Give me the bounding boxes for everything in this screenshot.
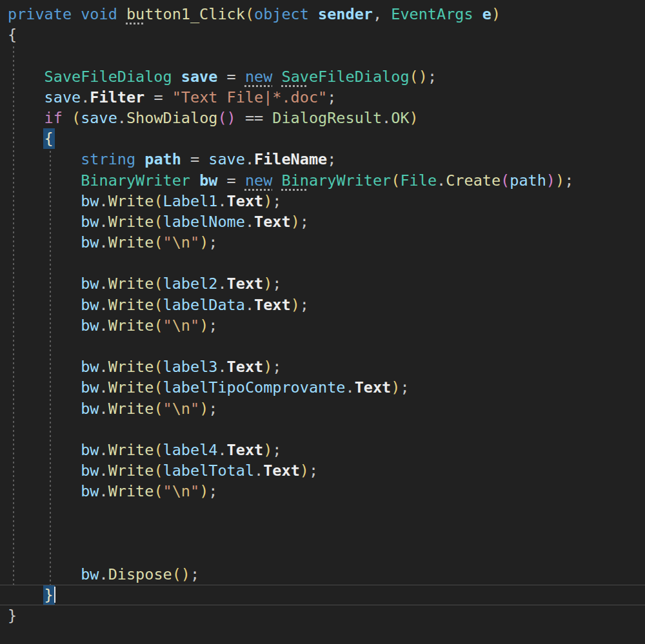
code-line-10[interactable]: bw.Write(Label1.Text);	[0, 191, 645, 211]
code-token: labelTipoComprovante	[163, 378, 346, 396]
code-token: .	[437, 171, 446, 190]
code-token: {	[8, 26, 17, 44]
code-line-11[interactable]: bw.Write(labelNome.Text);	[0, 211, 645, 232]
code-token: BinaryWriter	[81, 171, 199, 190]
code-token: ;	[272, 192, 281, 210]
indent-spaces	[8, 254, 81, 272]
code-token: )	[291, 296, 300, 314]
code-token: .	[99, 378, 108, 396]
code-token: "	[190, 233, 199, 251]
code-token: .	[99, 441, 108, 459]
code-token: bw	[81, 192, 99, 210]
code-token: "Text File|*.doc"	[172, 88, 328, 106]
code-token: Write	[108, 317, 154, 335]
code-token: ,	[373, 5, 391, 23]
code-line-5[interactable]: save.Filter = "Text File|*.doc";	[0, 87, 645, 108]
code-token: "	[190, 317, 199, 335]
code-token: \n	[172, 317, 190, 335]
code-token: bw	[81, 275, 99, 293]
code-editor[interactable]: private void button1_Click(object sender…	[0, 0, 645, 644]
code-line-13[interactable]	[0, 253, 645, 273]
code-line-12[interactable]: bw.Write("\n");	[0, 232, 645, 253]
code-token: ;	[327, 150, 336, 168]
code-line-24[interactable]: bw.Write("\n");	[0, 481, 645, 502]
indent-spaces	[8, 171, 81, 190]
code-token: (	[154, 378, 163, 396]
code-token: FileName	[254, 150, 327, 168]
code-token: (	[154, 441, 163, 459]
code-token: bw	[81, 296, 99, 314]
code-token: OK	[391, 109, 409, 127]
code-token	[272, 171, 281, 190]
code-token: sender	[318, 5, 373, 23]
code-line-1[interactable]: private void button1_Click(object sender…	[0, 4, 645, 24]
code-token: Text	[227, 441, 264, 459]
code-token: save	[81, 109, 117, 127]
indent-spaces	[8, 358, 81, 376]
code-line-7[interactable]: {	[0, 128, 645, 149]
code-token: \n	[172, 233, 190, 251]
code-token: ;	[208, 400, 217, 418]
code-line-28[interactable]: bw.Dispose();	[0, 564, 645, 585]
code-token: save	[181, 68, 227, 86]
code-token: ;	[428, 68, 437, 86]
code-token: Write	[108, 400, 154, 418]
code-token: ;	[400, 378, 409, 396]
code-line-16[interactable]: bw.Write("\n");	[0, 315, 645, 336]
code-token: Text	[254, 213, 291, 231]
code-line-8[interactable]: string path = save.FileName;	[0, 149, 645, 170]
code-token: bw	[81, 378, 99, 396]
code-line-15[interactable]: bw.Write(labelData.Text);	[0, 295, 645, 315]
code-token: Write	[108, 275, 154, 293]
code-line-2[interactable]: {	[0, 24, 645, 45]
code-token: path	[144, 150, 190, 168]
code-line-18[interactable]: bw.Write(label3.Text);	[0, 356, 645, 377]
code-line-21[interactable]	[0, 419, 645, 440]
code-line-3[interactable]	[0, 45, 645, 66]
code-token: =	[227, 171, 245, 190]
code-line-29[interactable]: }	[0, 585, 645, 605]
code-line-17[interactable]	[0, 336, 645, 356]
code-token: (	[245, 5, 254, 23]
code-token: ;	[309, 462, 318, 480]
indent-spaces	[8, 420, 81, 438]
code-token: bw	[81, 400, 99, 418]
code-line-26[interactable]	[0, 523, 645, 543]
code-line-23[interactable]: bw.Write(labelTotal.Text);	[0, 460, 645, 481]
code-line-27[interactable]	[0, 543, 645, 564]
code-token: .	[217, 275, 226, 293]
code-token: .	[117, 109, 126, 127]
code-token: Bin	[281, 171, 308, 190]
code-token: (	[154, 296, 163, 314]
code-token: Text	[263, 462, 300, 480]
code-token: )	[546, 171, 555, 190]
code-token: )	[300, 462, 309, 480]
code-token: label4	[163, 441, 218, 459]
indent-spaces	[8, 586, 45, 604]
code-token: }	[8, 607, 17, 625]
code-token: =	[144, 88, 172, 106]
code-line-20[interactable]: bw.Write("\n");	[0, 398, 645, 419]
code-line-14[interactable]: bw.Write(label2.Text);	[0, 273, 645, 294]
code-line-6[interactable]: if (save.ShowDialog() == DialogResult.OK…	[0, 108, 645, 128]
indent-spaces	[8, 337, 81, 355]
code-token: )	[199, 233, 208, 251]
code-token: \n	[172, 400, 190, 418]
code-line-9[interactable]: BinaryWriter bw = new BinaryWriter(File.…	[0, 170, 645, 191]
code-line-19[interactable]: bw.Write(labelTipoComprovante.Text);	[0, 377, 645, 398]
indent-spaces	[8, 233, 81, 251]
code-line-22[interactable]: bw.Write(label4.Text);	[0, 440, 645, 460]
code-token: .	[382, 109, 391, 127]
code-token: label2	[163, 275, 218, 293]
code-token: Write	[108, 378, 154, 396]
code-token: .	[245, 296, 254, 314]
code-line-30[interactable]: }	[0, 605, 645, 626]
code-token: "	[163, 233, 172, 251]
indent-spaces	[8, 88, 45, 106]
code-token: save	[45, 88, 81, 106]
code-token: if	[45, 109, 72, 127]
code-line-4[interactable]: SaveFileDialog save = new SaveFileDialog…	[0, 66, 645, 87]
code-line-25[interactable]	[0, 502, 645, 523]
text-cursor	[54, 587, 55, 603]
code-token: labelNome	[163, 213, 245, 231]
